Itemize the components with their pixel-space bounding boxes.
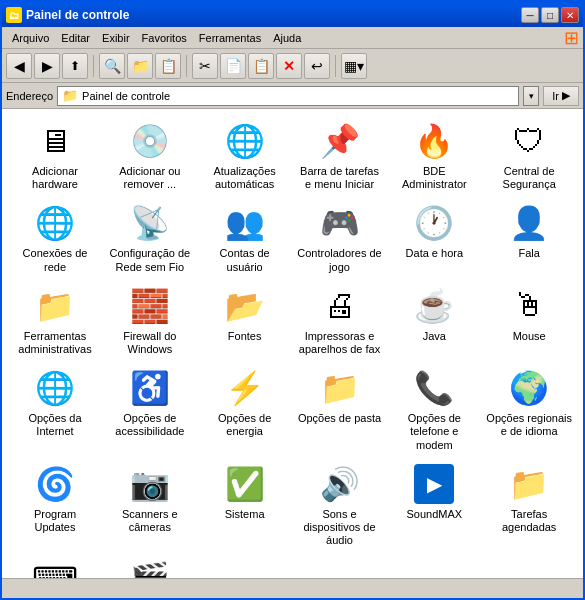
minimize-button[interactable]: ─ <box>521 7 539 23</box>
icon-item-soundmax[interactable]: ▶SoundMAX <box>389 460 479 552</box>
menu-ferramentas[interactable]: Ferramentas <box>193 30 267 46</box>
mouse-label: Mouse <box>513 330 546 343</box>
address-input[interactable]: 📁 Painel de controle <box>57 86 519 106</box>
icon-item-mouse[interactable]: 🖱Mouse <box>484 282 574 360</box>
search-button[interactable]: 🔍 <box>99 53 125 79</box>
icon-item-opcoes-acessibilidade[interactable]: ♿Opções de acessibilidade <box>105 364 195 456</box>
close-button[interactable]: ✕ <box>561 7 579 23</box>
icon-item-opcoes-regionais[interactable]: 🌍Opções regionais e de idioma <box>484 364 574 456</box>
delete-button[interactable]: ✕ <box>276 53 302 79</box>
menu-favoritos[interactable]: Favoritos <box>136 30 193 46</box>
icon-item-impressoras[interactable]: 🖨Impressoras e aparelhos de fax <box>295 282 385 360</box>
paste-button[interactable]: 📋 <box>248 53 274 79</box>
icon-item-firewall[interactable]: 🧱Firewall do Windows <box>105 282 195 360</box>
address-text: Painel de controle <box>82 90 514 102</box>
icon-item-sons-dispositivos[interactable]: 🔊Sons e dispositivos de áudio <box>295 460 385 552</box>
icon-item-opcoes-internet[interactable]: 🌐Opções da Internet <box>10 364 100 456</box>
menu-exibir[interactable]: Exibir <box>96 30 136 46</box>
icon-item-sistema[interactable]: ✅Sistema <box>200 460 290 552</box>
icon-item-central-seguranca[interactable]: 🛡Central de Segurança <box>484 117 574 195</box>
atualizacoes-icon: 🌐 <box>225 121 265 161</box>
icon-item-fala[interactable]: 👤Fala <box>484 199 574 277</box>
icon-item-adicionar-remover[interactable]: 💿Adicionar ou remover ... <box>105 117 195 195</box>
move-button[interactable]: ✂ <box>192 53 218 79</box>
data-hora-label: Data e hora <box>406 247 463 260</box>
ferramentas-adm-label: Ferramentas administrativas <box>12 330 98 356</box>
program-updates-label: Program Updates <box>12 508 98 534</box>
windows-logo: ⊞ <box>564 27 579 49</box>
title-buttons: ─ □ ✕ <box>521 7 579 23</box>
icon-item-conexoes-rede[interactable]: 🌐Conexões de rede <box>10 199 100 277</box>
soundmax-icon: ▶ <box>414 464 454 504</box>
up-button[interactable]: ⬆ <box>62 53 88 79</box>
tarefas-agendadas-icon: 📁 <box>509 464 549 504</box>
icon-item-scanners-cameras[interactable]: 📷Scanners e câmeras <box>105 460 195 552</box>
firewall-icon: 🧱 <box>130 286 170 326</box>
menu-arquivo[interactable]: Arquivo <box>6 30 55 46</box>
undo-button[interactable]: ↩ <box>304 53 330 79</box>
icon-item-atualizacoes[interactable]: 🌐Atualizações automáticas <box>200 117 290 195</box>
menu-ajuda[interactable]: Ajuda <box>267 30 307 46</box>
fontes-icon: 📂 <box>225 286 265 326</box>
sons-dispositivos-label: Sons e dispositivos de áudio <box>297 508 383 548</box>
go-arrow-icon: ▶ <box>562 89 570 102</box>
title-bar: 🗂 Painel de controle ─ □ ✕ <box>2 3 583 27</box>
icon-item-video[interactable]: 🎬Vídeo <box>105 555 195 578</box>
icon-item-tarefas-agendadas[interactable]: 📁Tarefas agendadas <box>484 460 574 552</box>
address-folder-icon: 📁 <box>62 88 78 103</box>
toolbar-sep-2 <box>186 55 187 77</box>
icon-item-java[interactable]: ☕Java <box>389 282 479 360</box>
icon-item-adicionar-hardware[interactable]: 🖥Adicionar hardware <box>10 117 100 195</box>
toolbar-sep-1 <box>93 55 94 77</box>
toolbar: ◀ ▶ ⬆ 🔍 📁 📋 ✂ 📄 📋 ✕ ↩ ▦▾ <box>2 49 583 83</box>
bde-admin-icon: 🔥 <box>414 121 454 161</box>
icon-item-opcoes-telefone[interactable]: 📞Opções de telefone e modem <box>389 364 479 456</box>
icon-item-program-updates[interactable]: 🌀Program Updates <box>10 460 100 552</box>
icons-grid: 🖥Adicionar hardware💿Adicionar ou remover… <box>10 117 575 578</box>
forward-button[interactable]: ▶ <box>34 53 60 79</box>
controladores-jogo-icon: 🎮 <box>320 203 360 243</box>
conexoes-rede-icon: 🌐 <box>35 203 75 243</box>
icon-item-fontes[interactable]: 📂Fontes <box>200 282 290 360</box>
firewall-label: Firewall do Windows <box>107 330 193 356</box>
opcoes-regionais-label: Opções regionais e de idioma <box>486 412 572 438</box>
adicionar-hardware-icon: 🖥 <box>35 121 75 161</box>
maximize-button[interactable]: □ <box>541 7 559 23</box>
mouse-icon: 🖱 <box>509 286 549 326</box>
soundmax-label: SoundMAX <box>407 508 463 521</box>
config-rede-sem-fio-icon: 📡 <box>130 203 170 243</box>
icon-item-config-rede-sem-fio[interactable]: 📡Configuração de Rede sem Fio <box>105 199 195 277</box>
icon-item-bde-admin[interactable]: 🔥BDE Administrator <box>389 117 479 195</box>
opcoes-internet-label: Opções da Internet <box>12 412 98 438</box>
folders-button[interactable]: 📁 <box>127 53 153 79</box>
menu-editar[interactable]: Editar <box>55 30 96 46</box>
icon-item-opcoes-pasta[interactable]: 📁Opções de pasta <box>295 364 385 456</box>
copy-button[interactable]: 📄 <box>220 53 246 79</box>
impressoras-icon: 🖨 <box>320 286 360 326</box>
views-button[interactable]: ▦▾ <box>341 53 367 79</box>
icon-item-data-hora[interactable]: 🕐Data e hora <box>389 199 479 277</box>
controladores-jogo-label: Controladores de jogo <box>297 247 383 273</box>
history-button[interactable]: 📋 <box>155 53 181 79</box>
video-icon: 🎬 <box>130 559 170 578</box>
icon-item-opcoes-energia[interactable]: ⚡Opções de energia <box>200 364 290 456</box>
opcoes-acessibilidade-label: Opções de acessibilidade <box>107 412 193 438</box>
address-bar: Endereço 📁 Painel de controle ▾ Ir ▶ <box>2 83 583 109</box>
go-button[interactable]: Ir ▶ <box>543 86 579 106</box>
impressoras-label: Impressoras e aparelhos de fax <box>297 330 383 356</box>
opcoes-acessibilidade-icon: ♿ <box>130 368 170 408</box>
icon-item-ferramentas-adm[interactable]: 📁Ferramentas administrativas <box>10 282 100 360</box>
icon-item-teclado[interactable]: ⌨Teclado <box>10 555 100 578</box>
adicionar-remover-label: Adicionar ou remover ... <box>107 165 193 191</box>
icon-item-contas-usuario[interactable]: 👥Contas de usuário <box>200 199 290 277</box>
icon-item-barra-tarefas[interactable]: 📌Barra de tarefas e menu Iniciar <box>295 117 385 195</box>
address-dropdown[interactable]: ▾ <box>523 86 539 106</box>
opcoes-pasta-icon: 📁 <box>320 368 360 408</box>
window-title: Painel de controle <box>26 8 129 22</box>
window-icon: 🗂 <box>6 7 22 23</box>
icon-item-controladores-jogo[interactable]: 🎮Controladores de jogo <box>295 199 385 277</box>
main-window: 🗂 Painel de controle ─ □ ✕ Arquivo Edita… <box>0 0 585 600</box>
scanners-cameras-icon: 📷 <box>130 464 170 504</box>
sistema-label: Sistema <box>225 508 265 521</box>
back-button[interactable]: ◀ <box>6 53 32 79</box>
